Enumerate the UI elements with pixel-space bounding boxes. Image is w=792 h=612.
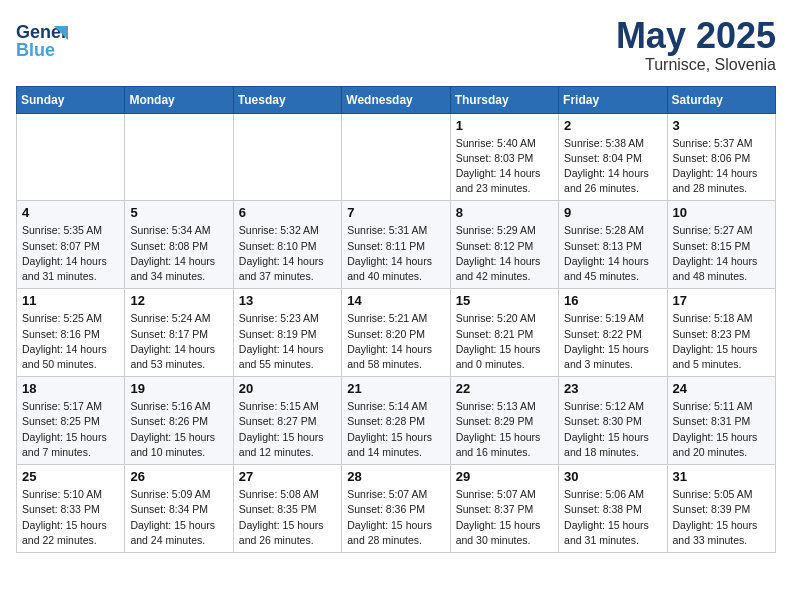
svg-text:Blue: Blue — [16, 40, 55, 60]
calendar-cell: 20Sunrise: 5:15 AM Sunset: 8:27 PM Dayli… — [233, 377, 341, 465]
calendar-cell — [17, 113, 125, 201]
calendar-cell: 14Sunrise: 5:21 AM Sunset: 8:20 PM Dayli… — [342, 289, 450, 377]
location-title: Turnisce, Slovenia — [616, 56, 776, 74]
day-number: 13 — [239, 293, 336, 308]
calendar-week-row: 25Sunrise: 5:10 AM Sunset: 8:33 PM Dayli… — [17, 465, 776, 553]
day-detail: Sunrise: 5:07 AM Sunset: 8:37 PM Dayligh… — [456, 487, 553, 548]
day-detail: Sunrise: 5:09 AM Sunset: 8:34 PM Dayligh… — [130, 487, 227, 548]
day-detail: Sunrise: 5:15 AM Sunset: 8:27 PM Dayligh… — [239, 399, 336, 460]
day-number: 26 — [130, 469, 227, 484]
calendar-cell: 6Sunrise: 5:32 AM Sunset: 8:10 PM Daylig… — [233, 201, 341, 289]
calendar-cell — [125, 113, 233, 201]
weekday-header-row: SundayMondayTuesdayWednesdayThursdayFrid… — [17, 86, 776, 113]
calendar-cell: 3Sunrise: 5:37 AM Sunset: 8:06 PM Daylig… — [667, 113, 775, 201]
calendar-cell: 16Sunrise: 5:19 AM Sunset: 8:22 PM Dayli… — [559, 289, 667, 377]
day-detail: Sunrise: 5:11 AM Sunset: 8:31 PM Dayligh… — [673, 399, 770, 460]
day-number: 8 — [456, 205, 553, 220]
weekday-header-saturday: Saturday — [667, 86, 775, 113]
day-detail: Sunrise: 5:05 AM Sunset: 8:39 PM Dayligh… — [673, 487, 770, 548]
day-detail: Sunrise: 5:23 AM Sunset: 8:19 PM Dayligh… — [239, 311, 336, 372]
day-number: 3 — [673, 118, 770, 133]
calendar-cell: 28Sunrise: 5:07 AM Sunset: 8:36 PM Dayli… — [342, 465, 450, 553]
calendar-cell: 5Sunrise: 5:34 AM Sunset: 8:08 PM Daylig… — [125, 201, 233, 289]
calendar-cell: 15Sunrise: 5:20 AM Sunset: 8:21 PM Dayli… — [450, 289, 558, 377]
day-detail: Sunrise: 5:17 AM Sunset: 8:25 PM Dayligh… — [22, 399, 119, 460]
day-number: 9 — [564, 205, 661, 220]
day-detail: Sunrise: 5:12 AM Sunset: 8:30 PM Dayligh… — [564, 399, 661, 460]
day-detail: Sunrise: 5:10 AM Sunset: 8:33 PM Dayligh… — [22, 487, 119, 548]
weekday-header-wednesday: Wednesday — [342, 86, 450, 113]
day-number: 16 — [564, 293, 661, 308]
day-detail: Sunrise: 5:37 AM Sunset: 8:06 PM Dayligh… — [673, 136, 770, 197]
calendar-cell: 26Sunrise: 5:09 AM Sunset: 8:34 PM Dayli… — [125, 465, 233, 553]
day-number: 11 — [22, 293, 119, 308]
day-detail: Sunrise: 5:21 AM Sunset: 8:20 PM Dayligh… — [347, 311, 444, 372]
day-number: 6 — [239, 205, 336, 220]
day-detail: Sunrise: 5:19 AM Sunset: 8:22 PM Dayligh… — [564, 311, 661, 372]
day-number: 29 — [456, 469, 553, 484]
month-title: May 2025 — [616, 16, 776, 56]
day-number: 19 — [130, 381, 227, 396]
calendar-week-row: 11Sunrise: 5:25 AM Sunset: 8:16 PM Dayli… — [17, 289, 776, 377]
calendar-cell: 7Sunrise: 5:31 AM Sunset: 8:11 PM Daylig… — [342, 201, 450, 289]
day-detail: Sunrise: 5:18 AM Sunset: 8:23 PM Dayligh… — [673, 311, 770, 372]
calendar-week-row: 1Sunrise: 5:40 AM Sunset: 8:03 PM Daylig… — [17, 113, 776, 201]
day-number: 30 — [564, 469, 661, 484]
calendar-week-row: 18Sunrise: 5:17 AM Sunset: 8:25 PM Dayli… — [17, 377, 776, 465]
day-detail: Sunrise: 5:24 AM Sunset: 8:17 PM Dayligh… — [130, 311, 227, 372]
title-block: May 2025 Turnisce, Slovenia — [616, 16, 776, 74]
weekday-header-monday: Monday — [125, 86, 233, 113]
day-detail: Sunrise: 5:27 AM Sunset: 8:15 PM Dayligh… — [673, 223, 770, 284]
day-number: 10 — [673, 205, 770, 220]
calendar-cell: 11Sunrise: 5:25 AM Sunset: 8:16 PM Dayli… — [17, 289, 125, 377]
calendar-cell: 31Sunrise: 5:05 AM Sunset: 8:39 PM Dayli… — [667, 465, 775, 553]
day-number: 31 — [673, 469, 770, 484]
day-detail: Sunrise: 5:40 AM Sunset: 8:03 PM Dayligh… — [456, 136, 553, 197]
page-header: General Blue May 2025 Turnisce, Slovenia — [16, 16, 776, 74]
day-detail: Sunrise: 5:38 AM Sunset: 8:04 PM Dayligh… — [564, 136, 661, 197]
day-detail: Sunrise: 5:31 AM Sunset: 8:11 PM Dayligh… — [347, 223, 444, 284]
day-number: 12 — [130, 293, 227, 308]
weekday-header-sunday: Sunday — [17, 86, 125, 113]
weekday-header-friday: Friday — [559, 86, 667, 113]
calendar-cell: 12Sunrise: 5:24 AM Sunset: 8:17 PM Dayli… — [125, 289, 233, 377]
day-number: 18 — [22, 381, 119, 396]
day-number: 5 — [130, 205, 227, 220]
calendar-table: SundayMondayTuesdayWednesdayThursdayFrid… — [16, 86, 776, 553]
weekday-header-thursday: Thursday — [450, 86, 558, 113]
calendar-cell: 17Sunrise: 5:18 AM Sunset: 8:23 PM Dayli… — [667, 289, 775, 377]
day-detail: Sunrise: 5:34 AM Sunset: 8:08 PM Dayligh… — [130, 223, 227, 284]
calendar-cell: 22Sunrise: 5:13 AM Sunset: 8:29 PM Dayli… — [450, 377, 558, 465]
day-number: 27 — [239, 469, 336, 484]
day-number: 7 — [347, 205, 444, 220]
day-detail: Sunrise: 5:25 AM Sunset: 8:16 PM Dayligh… — [22, 311, 119, 372]
calendar-cell: 19Sunrise: 5:16 AM Sunset: 8:26 PM Dayli… — [125, 377, 233, 465]
logo-icon: General Blue — [16, 16, 68, 64]
day-number: 1 — [456, 118, 553, 133]
day-detail: Sunrise: 5:06 AM Sunset: 8:38 PM Dayligh… — [564, 487, 661, 548]
calendar-cell: 24Sunrise: 5:11 AM Sunset: 8:31 PM Dayli… — [667, 377, 775, 465]
day-number: 14 — [347, 293, 444, 308]
day-number: 24 — [673, 381, 770, 396]
calendar-cell: 30Sunrise: 5:06 AM Sunset: 8:38 PM Dayli… — [559, 465, 667, 553]
calendar-cell — [342, 113, 450, 201]
day-detail: Sunrise: 5:29 AM Sunset: 8:12 PM Dayligh… — [456, 223, 553, 284]
calendar-cell: 27Sunrise: 5:08 AM Sunset: 8:35 PM Dayli… — [233, 465, 341, 553]
day-detail: Sunrise: 5:20 AM Sunset: 8:21 PM Dayligh… — [456, 311, 553, 372]
calendar-cell: 29Sunrise: 5:07 AM Sunset: 8:37 PM Dayli… — [450, 465, 558, 553]
calendar-cell: 9Sunrise: 5:28 AM Sunset: 8:13 PM Daylig… — [559, 201, 667, 289]
day-detail: Sunrise: 5:08 AM Sunset: 8:35 PM Dayligh… — [239, 487, 336, 548]
logo: General Blue — [16, 16, 68, 64]
calendar-cell: 2Sunrise: 5:38 AM Sunset: 8:04 PM Daylig… — [559, 113, 667, 201]
calendar-cell: 4Sunrise: 5:35 AM Sunset: 8:07 PM Daylig… — [17, 201, 125, 289]
calendar-cell — [233, 113, 341, 201]
day-number: 28 — [347, 469, 444, 484]
day-detail: Sunrise: 5:32 AM Sunset: 8:10 PM Dayligh… — [239, 223, 336, 284]
day-number: 20 — [239, 381, 336, 396]
weekday-header-tuesday: Tuesday — [233, 86, 341, 113]
day-detail: Sunrise: 5:28 AM Sunset: 8:13 PM Dayligh… — [564, 223, 661, 284]
day-number: 23 — [564, 381, 661, 396]
calendar-cell: 25Sunrise: 5:10 AM Sunset: 8:33 PM Dayli… — [17, 465, 125, 553]
day-number: 4 — [22, 205, 119, 220]
day-detail: Sunrise: 5:16 AM Sunset: 8:26 PM Dayligh… — [130, 399, 227, 460]
